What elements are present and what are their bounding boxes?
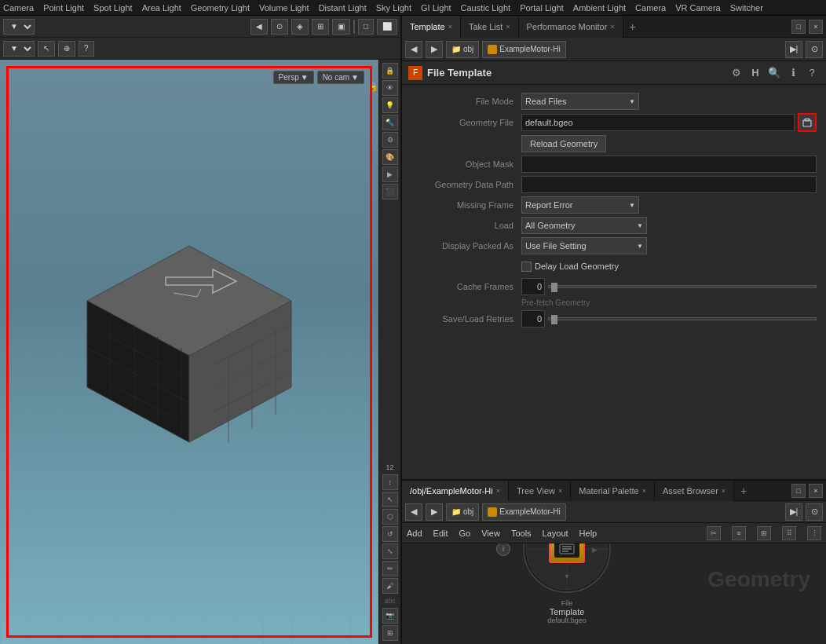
node-info-btn[interactable]: i (496, 542, 510, 556)
tool-scale[interactable]: ⤡ (382, 543, 398, 559)
tab-perf-monitor-close[interactable]: × (610, 23, 614, 31)
tool-grid[interactable]: ⊞ (382, 625, 398, 641)
panel-obj-btn[interactable]: 📁 obj (446, 41, 479, 58)
menu-geo-light[interactable]: Geometry Light (191, 3, 250, 13)
menu-edit[interactable]: Edit (433, 529, 448, 538)
tool-lock[interactable]: 🔒 (382, 63, 398, 79)
missing-frame-dropdown[interactable]: Report Error ▼ (521, 196, 639, 214)
menu-point-light[interactable]: Point Light (43, 3, 84, 13)
bm-scissors[interactable]: ✂ (707, 526, 721, 540)
cache-frames-slider[interactable] (548, 285, 817, 288)
bottom-back-btn[interactable]: ◀ (405, 503, 422, 521)
tool-spot[interactable]: 🔦 (382, 115, 398, 130)
menu-caustic-light[interactable]: Caustic Light (461, 3, 511, 13)
viewport-lock-icon[interactable]: 🔒 (367, 82, 378, 92)
geometry-file-pick-btn[interactable] (798, 113, 817, 132)
save-load-input[interactable] (521, 310, 545, 327)
panel-nav-circle[interactable]: ⊙ (806, 41, 823, 58)
select-btn[interactable]: ↖ (38, 41, 55, 57)
menu-camera[interactable]: Camera (3, 3, 34, 13)
tool-camera[interactable]: 📷 (382, 608, 398, 624)
view-dropdown-2[interactable]: ▼ (3, 41, 35, 57)
tab-asset-browser[interactable]: Asset Browser × (655, 481, 734, 501)
bm-list[interactable]: ≡ (732, 526, 746, 540)
tab-take-list-close[interactable]: × (506, 23, 510, 31)
menu-camera2[interactable]: Camera (635, 3, 666, 13)
tab-material-palette[interactable]: Material Palette × (571, 481, 655, 501)
window-min[interactable]: □ (358, 19, 374, 35)
menu-add[interactable]: Add (407, 529, 422, 538)
bottom-fwd-btn[interactable]: ▶ (426, 503, 443, 521)
window-max[interactable]: ⬜ (377, 19, 397, 35)
tab-take-list[interactable]: Take List × (461, 16, 519, 38)
tab-obj-example[interactable]: /obj/ExampleMotor-Hi × (402, 481, 509, 501)
file-mode-dropdown[interactable]: Read Files ▼ (521, 93, 639, 110)
bm-grid[interactable]: ⊞ (757, 526, 771, 540)
bottom-path-btn[interactable]: ExampleMotor-Hi (482, 503, 565, 521)
persp-dropdown[interactable]: Persp ▼ (273, 71, 314, 84)
panel-back-btn[interactable]: ◀ (405, 41, 422, 58)
panel-fwd-btn[interactable]: ▶ (426, 41, 443, 58)
menu-sky-light[interactable]: Sky Light (376, 3, 411, 13)
menu-help[interactable]: Help (579, 529, 598, 538)
network-canvas[interactable]: Geometry (402, 543, 826, 644)
tool-light[interactable]: 💡 (382, 97, 398, 113)
tool-rot[interactable]: ↺ (382, 526, 398, 542)
tool-box[interactable]: ⬛ (382, 184, 398, 199)
tab-ctrl-square[interactable]: □ (791, 20, 806, 34)
menu-gi-light[interactable]: GI Light (421, 3, 451, 13)
bm-dots[interactable]: ⠿ (782, 526, 796, 540)
tool-search[interactable]: 🔍 (766, 65, 782, 81)
tool-play[interactable]: ▶ (382, 166, 398, 182)
nav-btn-back[interactable]: ◀ (250, 19, 268, 35)
view-dropdown[interactable]: ▼ (3, 19, 35, 35)
menu-ambient-light[interactable]: Ambient Light (573, 3, 626, 13)
tab-material-close[interactable]: × (642, 487, 646, 495)
nav-btn-box[interactable]: ▣ (332, 19, 350, 35)
bottom-obj-btn[interactable]: 📁 obj (446, 503, 479, 521)
object-mask-input[interactable] (521, 156, 817, 173)
bottom-tab-add[interactable]: + (734, 485, 753, 497)
menu-distant-light[interactable]: Distant Light (319, 3, 367, 13)
tool-palette[interactable]: 🎨 (382, 149, 398, 165)
bottom-ctrl-square[interactable]: □ (791, 484, 806, 498)
tab-add-btn[interactable]: + (623, 20, 642, 33)
nav-btn-circle[interactable]: ⊙ (271, 19, 288, 35)
tab-perf-monitor[interactable]: Performance Monitor × (519, 16, 623, 38)
menu-vr-camera[interactable]: VR Camera (675, 3, 720, 13)
bm-lines[interactable]: ⋮ (807, 526, 821, 540)
menu-volume-light[interactable]: Volume Light (259, 3, 309, 13)
save-load-slider[interactable] (548, 317, 817, 320)
tool-gear[interactable]: ⚙ (382, 132, 398, 148)
cam-dropdown[interactable]: No cam ▼ (317, 71, 364, 84)
delay-load-checkbox[interactable] (521, 262, 532, 272)
tool-eye[interactable]: 👁 (382, 80, 398, 96)
geo-data-path-input[interactable] (521, 176, 817, 193)
menu-tools[interactable]: Tools (511, 529, 532, 538)
tool-magnet[interactable]: ⬡ (382, 509, 398, 525)
display-packed-dropdown[interactable]: Use File Setting ▼ (521, 237, 647, 254)
menu-portal-light[interactable]: Portal Light (520, 3, 564, 13)
bottom-ctrl-close[interactable]: × (809, 484, 823, 498)
transform-btn[interactable]: ⊕ (58, 41, 75, 57)
panel-nav-right[interactable]: ▶| (785, 41, 802, 58)
tool-h[interactable]: H (747, 65, 763, 81)
menu-view[interactable]: View (481, 529, 500, 538)
menu-switcher[interactable]: Switcher (730, 3, 763, 13)
tool-help[interactable]: ? (804, 65, 820, 81)
tab-template-close[interactable]: × (448, 23, 452, 31)
tool-move[interactable]: ↕ (382, 474, 398, 490)
cache-frames-input[interactable] (521, 278, 545, 295)
nav-btn-view[interactable]: ◈ (291, 19, 309, 35)
tool-settings[interactable]: ⚙ (729, 65, 744, 81)
panel-path-btn[interactable]: ExampleMotor-Hi (482, 41, 565, 58)
menu-go[interactable]: Go (459, 529, 471, 538)
bottom-nav-circle[interactable]: ⊙ (806, 503, 823, 521)
help-btn[interactable]: ? (79, 41, 94, 57)
tab-tree-view[interactable]: Tree View × (509, 481, 571, 501)
tab-template[interactable]: Template × (402, 16, 461, 38)
tool-pen[interactable]: ✏ (382, 561, 398, 576)
geometry-file-input[interactable] (521, 114, 795, 131)
viewport-3d[interactable]: 🔒 Persp ▼ No cam ▼ (0, 60, 378, 644)
tab-obj-close[interactable]: × (496, 487, 500, 495)
